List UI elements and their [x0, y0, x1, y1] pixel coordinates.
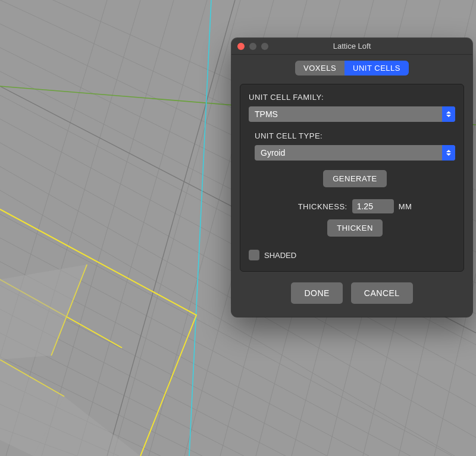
close-icon[interactable] — [237, 43, 245, 50]
tab-voxels[interactable]: VOXELS — [295, 61, 345, 76]
family-label: UNIT CELL FAMILY: — [249, 93, 455, 102]
shaded-checkbox[interactable] — [249, 250, 259, 260]
type-select[interactable]: Gyroid — [255, 145, 455, 161]
thickness-input[interactable] — [352, 199, 394, 213]
window-controls — [237, 43, 268, 50]
family-select-wrap: TPMS — [249, 106, 455, 122]
svg-line-24 — [113, 0, 240, 456]
thickness-label: THICKNESS: — [298, 202, 347, 211]
minimize-icon[interactable] — [249, 43, 256, 50]
lattice-loft-dialog: Lattice Loft VOXELS UNIT CELLS UNIT CELL… — [231, 38, 472, 317]
shaded-label: SHADED — [264, 251, 296, 260]
svg-line-37 — [189, 0, 211, 456]
generate-button[interactable]: GENERATE — [323, 170, 387, 187]
svg-line-35 — [107, 0, 235, 456]
unit-cells-panel: UNIT CELL FAMILY: TPMS UNIT CELL TYPE: G… — [240, 84, 464, 272]
cancel-button[interactable]: CANCEL — [351, 282, 413, 304]
done-button[interactable]: DONE — [291, 282, 342, 304]
titlebar[interactable]: Lattice Loft — [231, 38, 472, 55]
thicken-button[interactable]: THICKEN — [327, 219, 383, 237]
svg-line-23 — [77, 0, 207, 456]
type-select-wrap: Gyroid — [255, 145, 455, 161]
zoom-icon[interactable] — [261, 43, 268, 50]
family-select[interactable]: TPMS — [249, 106, 455, 122]
tab-group: VOXELS UNIT CELLS — [295, 61, 409, 76]
tab-unit-cells[interactable]: UNIT CELLS — [345, 61, 409, 76]
dialog-footer: DONE CANCEL — [240, 272, 464, 306]
type-label: UNIT CELL TYPE: — [255, 131, 455, 140]
thickness-unit: MM — [399, 202, 412, 211]
